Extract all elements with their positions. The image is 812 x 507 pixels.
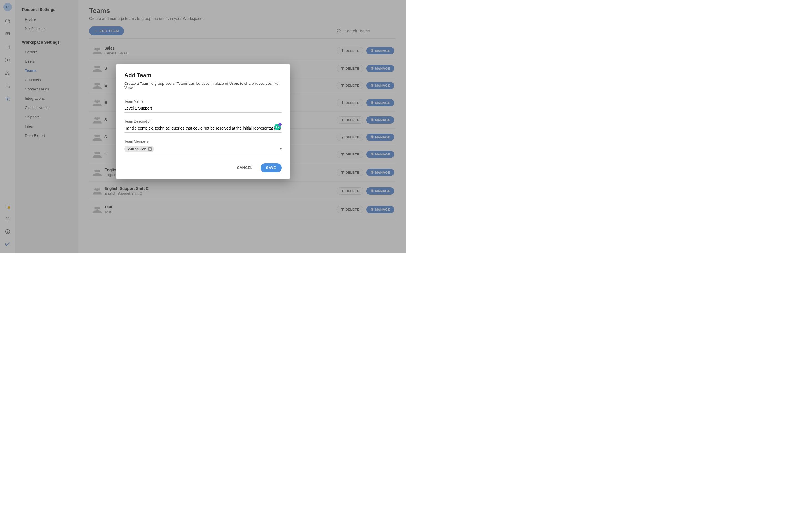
modal-overlay[interactable]: Add Team Create a Team to group users. T… <box>0 0 406 253</box>
team-name-label: Team Name <box>124 100 282 103</box>
grammarly-icon[interactable]: 1 <box>274 124 281 130</box>
cancel-button[interactable]: CANCEL <box>233 163 257 172</box>
team-members-select[interactable]: Wilson Kok ✕ ▾ <box>124 145 282 155</box>
modal-subtitle: Create a Team to group users. Teams can … <box>124 81 282 90</box>
member-chip: Wilson Kok ✕ <box>124 146 154 152</box>
add-team-modal: Add Team Create a Team to group users. T… <box>116 64 290 179</box>
chevron-down-icon[interactable]: ▾ <box>280 147 282 151</box>
member-chip-label: Wilson Kok <box>128 147 146 151</box>
remove-chip-icon[interactable]: ✕ <box>148 147 152 151</box>
modal-title: Add Team <box>124 72 282 78</box>
grammarly-badge: 1 <box>278 123 282 126</box>
save-button[interactable]: SAVE <box>260 163 282 172</box>
team-desc-label: Team Description <box>124 119 282 123</box>
team-members-label: Team Members <box>124 139 282 144</box>
team-desc-input[interactable] <box>124 124 282 133</box>
team-name-input[interactable] <box>124 105 282 113</box>
